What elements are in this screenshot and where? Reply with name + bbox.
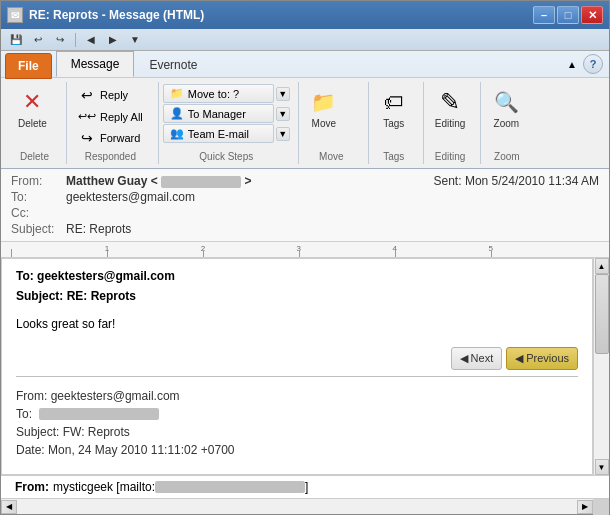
qs-manager-button[interactable]: 👤 To Manager	[163, 104, 274, 123]
tab-evernote-label: Evernote	[149, 58, 197, 72]
tab-message-label: Message	[71, 57, 120, 71]
previous-button[interactable]: ◀ Previous	[506, 347, 578, 370]
title-bar-left: ✉ RE: Reprots - Message (HTML)	[7, 7, 204, 23]
title-controls: – □ ✕	[533, 6, 603, 24]
ruler-label-2: 2	[201, 244, 205, 253]
scroll-h-track[interactable]	[17, 500, 577, 514]
qs-team-button[interactable]: 👥 Team E-mail	[163, 124, 274, 143]
qs-moveto-arrow[interactable]: ▼	[276, 87, 290, 101]
ribbon-right-controls: ▲ ?	[561, 51, 609, 77]
body-subject-label: Subject:	[16, 289, 63, 303]
prev-button-qt[interactable]: ◀	[82, 31, 100, 49]
minimize-button[interactable]: –	[533, 6, 555, 24]
tab-message[interactable]: Message	[56, 51, 135, 77]
tab-evernote[interactable]: Evernote	[134, 51, 212, 77]
prev-to-label: To:	[16, 407, 32, 421]
qs-moveto-button[interactable]: 📁 Move to: ?	[163, 84, 274, 103]
ribbon-content: ✕ Delete Delete ↩ Reply ↩↩	[1, 77, 609, 168]
from-suffix: >	[244, 174, 251, 188]
prev-from: From: geektesters@gmail.com	[16, 387, 578, 405]
respond-buttons: ↩ Reply ↩↩ Reply All ↪ Forward	[71, 84, 150, 149]
close-button[interactable]: ✕	[581, 6, 603, 24]
delete-label: Delete	[18, 118, 47, 129]
ribbon-group-move: 📁 Move Move	[299, 82, 369, 164]
tags-group-label: Tags	[373, 149, 415, 164]
move-group-buttons: 📁 Move	[303, 82, 360, 149]
ruler-inner: 1 2 3 4 5	[11, 242, 589, 257]
forward-label: Forward	[100, 132, 140, 144]
email-header: From: Matthew Guay < > Sent: Mon 5/24/20…	[1, 169, 609, 242]
forward-button[interactable]: ↪ Forward	[71, 127, 150, 149]
ruler-label-4: 4	[393, 244, 397, 253]
sent-value: Mon 5/24/2010 11:34 AM	[465, 174, 599, 188]
next-button[interactable]: ◀ Next	[451, 347, 503, 370]
scroll-up-button[interactable]: ▲	[595, 258, 609, 274]
move-group-label: Move	[303, 149, 360, 164]
editing-button[interactable]: ✎ Editing	[428, 84, 473, 133]
save-button[interactable]: 💾	[7, 31, 25, 49]
envelope-icon: ✉	[11, 10, 19, 21]
prev-from-value: geektesters@gmail.com	[51, 389, 180, 403]
next-button-qt[interactable]: ▶	[104, 31, 122, 49]
email-body[interactable]: To: geektesters@gmail.com Subject: RE: R…	[1, 258, 593, 475]
toolbar-dropdown[interactable]: ▼	[126, 31, 144, 49]
reply-button[interactable]: ↩ Reply	[71, 84, 150, 106]
scroll-right-button[interactable]: ▶	[577, 500, 593, 514]
zoom-group-buttons: 🔍 Zoom	[485, 82, 528, 149]
quicksteps-buttons: 📁 Move to: ? ▼ 👤 To Manager ▼	[163, 82, 290, 149]
subject-label: Subject:	[11, 222, 66, 236]
redo-button[interactable]: ↪	[51, 31, 69, 49]
ribbon-group-zoom: 🔍 Zoom Zoom	[481, 82, 536, 164]
help-button[interactable]: ?	[583, 54, 603, 74]
respond-group-label: Responded	[71, 149, 150, 164]
email-body-container: To: geektesters@gmail.com Subject: RE: R…	[1, 258, 609, 475]
forward-icon: ↪	[78, 130, 96, 146]
scroll-left-button[interactable]: ◀	[1, 500, 17, 514]
nav-buttons: ◀ Next ◀ Previous	[16, 347, 578, 370]
undo-button[interactable]: ↩	[29, 31, 47, 49]
scroll-track[interactable]	[595, 274, 609, 459]
zoom-button[interactable]: 🔍 Zoom	[485, 84, 527, 133]
reply-label: Reply	[100, 89, 128, 101]
move-button[interactable]: 📁 Move	[303, 84, 345, 133]
bottom-from-blurred	[155, 481, 305, 493]
divider	[16, 376, 578, 377]
qs-manager-arrow[interactable]: ▼	[276, 107, 290, 121]
reply-icon: ↩	[78, 87, 96, 103]
prev-label: Previous	[526, 350, 569, 367]
qs-team-icon: 👥	[170, 127, 184, 140]
ruler: 1 2 3 4 5	[1, 242, 609, 258]
window-icon: ✉	[7, 7, 23, 23]
move-icon: 📁	[310, 88, 338, 116]
qs-team-arrow[interactable]: ▼	[276, 127, 290, 141]
body-subject: Subject: RE: Reprots	[16, 287, 578, 305]
horizontal-scrollbar[interactable]: ◀ ▶	[1, 498, 609, 514]
ribbon: File Message Evernote ▲ ? ✕	[1, 51, 609, 169]
tags-icon: 🏷	[380, 88, 408, 116]
delete-button[interactable]: ✕ Delete	[11, 84, 54, 133]
delete-group-buttons: ✕ Delete	[11, 82, 58, 149]
tab-file-label: File	[18, 59, 39, 73]
to-row: To: geektesters@gmail.com	[11, 189, 599, 205]
ribbon-collapse-button[interactable]: ▲	[567, 59, 577, 70]
from-name: Matthew Guay <	[66, 174, 158, 188]
delete-group-label: Delete	[11, 149, 58, 164]
editing-icon: ✎	[436, 88, 464, 116]
tags-button[interactable]: 🏷 Tags	[373, 84, 415, 133]
body-message: Looks great so far!	[16, 315, 578, 333]
ribbon-tabs: File Message Evernote ▲ ?	[1, 51, 609, 77]
ruler-label-1: 1	[105, 244, 109, 253]
vertical-scrollbar[interactable]: ▲ ▼	[593, 258, 609, 475]
body-message-text: Looks great so far!	[16, 315, 578, 333]
from-row: From: Matthew Guay < > Sent: Mon 5/24/20…	[11, 173, 599, 189]
editing-group-label: Editing	[428, 149, 473, 164]
reply-all-button[interactable]: ↩↩ Reply All	[71, 107, 150, 126]
toolbar-separator	[75, 33, 76, 47]
maximize-button[interactable]: □	[557, 6, 579, 24]
zoom-label: Zoom	[494, 118, 520, 129]
scroll-down-button[interactable]: ▼	[595, 459, 609, 475]
quicksteps-group-label: Quick Steps	[163, 149, 290, 164]
prev-from-label: From:	[16, 389, 47, 403]
scroll-thumb[interactable]	[595, 274, 609, 354]
tab-file[interactable]: File	[5, 53, 52, 79]
